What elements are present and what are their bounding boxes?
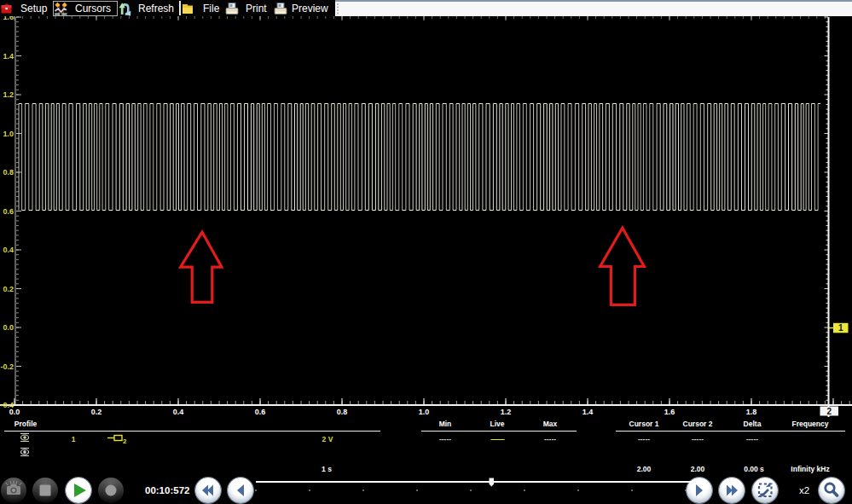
svg-text:0.6: 0.6 (3, 207, 14, 216)
svg-text:1.2: 1.2 (3, 90, 14, 99)
svg-text:0.0: 0.0 (3, 323, 14, 332)
svg-text:1.0: 1.0 (419, 408, 430, 416)
svg-text:-0.2: -0.2 (0, 362, 14, 371)
svg-text:0.4: 0.4 (173, 408, 184, 416)
svg-text:0.8: 0.8 (337, 408, 348, 416)
svg-text:0.4: 0.4 (3, 246, 14, 254)
svg-text:2: 2 (826, 407, 832, 416)
svg-text:1.0: 1.0 (3, 130, 14, 138)
svg-text:1.6: 1.6 (664, 408, 675, 416)
svg-text:1.8: 1.8 (746, 408, 757, 416)
svg-text:0.6: 0.6 (255, 408, 266, 416)
svg-text:0.8: 0.8 (3, 168, 14, 177)
svg-text:0.0: 0.0 (9, 408, 20, 416)
svg-text:1.4: 1.4 (582, 408, 594, 416)
svg-text:1: 1 (838, 323, 843, 333)
svg-text:2: 2 (123, 437, 127, 445)
svg-text:1.2: 1.2 (501, 408, 512, 416)
svg-text:1.4: 1.4 (3, 52, 14, 61)
svg-text:0.2: 0.2 (91, 408, 102, 416)
svg-text:0.2: 0.2 (3, 285, 14, 293)
